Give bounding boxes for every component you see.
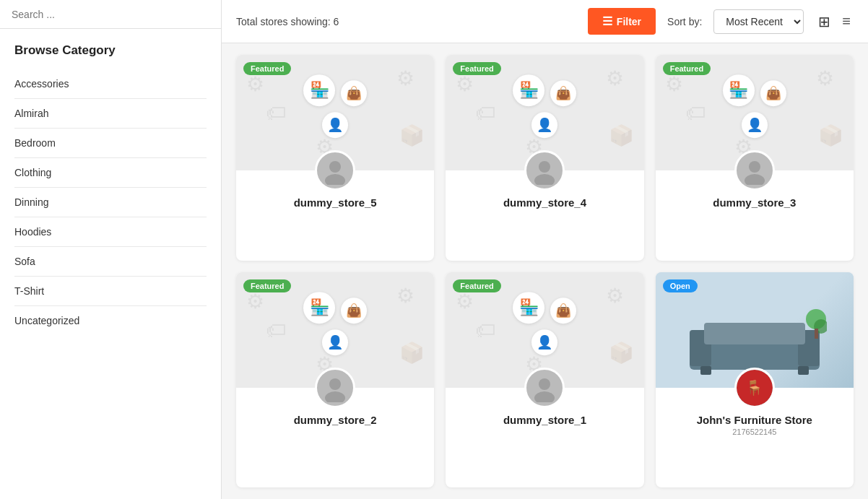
store-badge: Featured (453, 62, 500, 75)
svg-point-7 (325, 391, 345, 402)
store-name: dummy_store_3 (664, 196, 845, 209)
person-icon-circle: 👤 (742, 112, 768, 138)
total-stores-label: Total stores showing: 6 (236, 16, 576, 27)
store-badge: Open (663, 279, 698, 292)
svg-point-1 (325, 174, 345, 185)
filter-label: Filter (617, 16, 641, 27)
search-bar[interactable] (0, 0, 221, 29)
store-name: dummy_store_4 (454, 196, 635, 209)
category-item-bedroom[interactable]: Bedroom (14, 129, 207, 158)
store-banner: ⚙ 🏷 ⚙ 📦 ⚙ 🏪 👜 👤 (236, 272, 434, 388)
store-name: dummy_store_1 (454, 414, 635, 426)
store-name: John's Furniture Store (664, 414, 845, 426)
person-icon-circle: 👤 (322, 329, 348, 355)
store-name: dummy_store_2 (245, 414, 425, 426)
store-card-0[interactable]: Open 🪑 John's Furniture Store 2176522145 (656, 272, 854, 488)
store-banner: ⚙ 🏷 ⚙ 📦 ⚙ 🏪 👜 👤 (446, 55, 643, 170)
category-item-uncategorized[interactable]: Uncategorized (14, 306, 207, 335)
category-item-clothing[interactable]: Clothing (14, 158, 207, 188)
store-banner: Open 🪑 (656, 272, 854, 388)
store-avatar (524, 368, 565, 408)
store-card-4[interactable]: ⚙ 🏷 ⚙ 📦 ⚙ 🏪 👜 👤 (446, 55, 643, 261)
category-item-hoodies[interactable]: Hoodies (14, 217, 207, 247)
category-list: AccessoriesAlmirahBedroomClothingDinning… (14, 69, 207, 335)
store-banner: ⚙ 🏷 ⚙ 📦 ⚙ 🏪 👜 👤 (236, 55, 434, 170)
svg-point-4 (749, 161, 760, 173)
svg-point-8 (539, 378, 550, 390)
sort-select[interactable]: Most RecentOldestA-ZZ-A (713, 9, 804, 34)
store-banner: ⚙ 🏷 ⚙ 📦 ⚙ 🏪 👜 👤 (656, 55, 854, 170)
search-input[interactable] (12, 9, 209, 20)
store-card-5[interactable]: ⚙ 🏷 ⚙ 📦 ⚙ 🏪 👜 👤 (236, 55, 434, 261)
banner-icons: 🏪 👜 👤 (303, 74, 367, 138)
sort-label: Sort by: (667, 16, 702, 27)
banner-icons: 🏪 👜 👤 (513, 292, 576, 355)
banner-icons: 🏪 👜 👤 (513, 74, 576, 138)
list-view-button[interactable]: ≡ (839, 10, 854, 33)
person-icon-circle: 👤 (531, 112, 557, 138)
svg-rect-15 (798, 366, 809, 375)
browse-category-title: Browse Category (14, 43, 207, 58)
category-item-dinning[interactable]: Dinning (14, 188, 207, 217)
banner-icons: 🏪 👜 👤 (723, 74, 786, 138)
store-badge: Featured (243, 279, 291, 292)
svg-rect-18 (815, 329, 818, 339)
bag-icon-circle: 👜 (341, 80, 367, 106)
shop-icon-circle: 🏪 (303, 292, 335, 324)
sidebar: Browse Category AccessoriesAlmirahBedroo… (0, 0, 222, 499)
main-content: Total stores showing: 6 ☰ Filter Sort by… (222, 0, 868, 499)
store-avatar: 🪑 (734, 368, 775, 408)
filter-button[interactable]: ☰ Filter (588, 8, 656, 35)
store-name: dummy_store_5 (245, 196, 425, 209)
svg-point-3 (534, 174, 555, 185)
store-avatar (524, 150, 565, 191)
shop-icon-circle: 🏪 (723, 74, 755, 106)
person-icon-circle: 👤 (531, 329, 557, 355)
svg-rect-14 (700, 366, 711, 375)
bag-icon-circle: 👜 (341, 298, 367, 324)
store-banner: ⚙ 🏷 ⚙ 📦 ⚙ 🏪 👜 👤 (446, 272, 643, 388)
bag-icon-circle: 👜 (760, 80, 786, 106)
view-toggle: ⊞ ≡ (815, 10, 854, 33)
svg-point-5 (745, 174, 765, 185)
banner-icons: 🏪 👜 👤 (303, 292, 367, 355)
store-phone: 2176522145 (664, 428, 845, 436)
store-avatar (734, 150, 775, 191)
store-avatar (315, 150, 355, 191)
bag-icon-circle: 👜 (550, 298, 576, 324)
shop-icon-circle: 🏪 (303, 74, 335, 106)
bag-icon-circle: 👜 (550, 80, 576, 106)
shop-icon-circle: 🏪 (513, 74, 544, 106)
store-card-1[interactable]: ⚙ 🏷 ⚙ 📦 ⚙ 🏪 👜 👤 (446, 272, 643, 488)
category-item-accessories[interactable]: Accessories (14, 69, 207, 99)
svg-point-0 (329, 161, 341, 173)
svg-point-6 (329, 378, 341, 390)
store-card-3[interactable]: ⚙ 🏷 ⚙ 📦 ⚙ 🏪 👜 👤 (656, 55, 854, 261)
browse-category: Browse Category AccessoriesAlmirahBedroo… (0, 29, 221, 342)
grid-view-button[interactable]: ⊞ (815, 10, 833, 33)
store-badge: Featured (663, 62, 711, 75)
toolbar: Total stores showing: 6 ☰ Filter Sort by… (222, 0, 868, 43)
store-card-2[interactable]: ⚙ 🏷 ⚙ 📦 ⚙ 🏪 👜 👤 (236, 272, 434, 488)
person-icon-circle: 👤 (322, 112, 348, 138)
store-badge: Featured (453, 279, 500, 292)
category-item-t-shirt[interactable]: T-Shirt (14, 277, 207, 306)
filter-icon: ☰ (602, 14, 612, 28)
category-item-almirah[interactable]: Almirah (14, 99, 207, 129)
store-badge: Featured (243, 62, 291, 75)
svg-rect-13 (704, 323, 805, 344)
store-grid: ⚙ 🏷 ⚙ 📦 ⚙ 🏪 👜 👤 (222, 43, 868, 499)
shop-icon-circle: 🏪 (513, 292, 544, 324)
store-avatar (315, 368, 355, 408)
svg-point-2 (539, 161, 550, 173)
svg-point-9 (534, 391, 555, 402)
category-item-sofa[interactable]: Sofa (14, 247, 207, 277)
